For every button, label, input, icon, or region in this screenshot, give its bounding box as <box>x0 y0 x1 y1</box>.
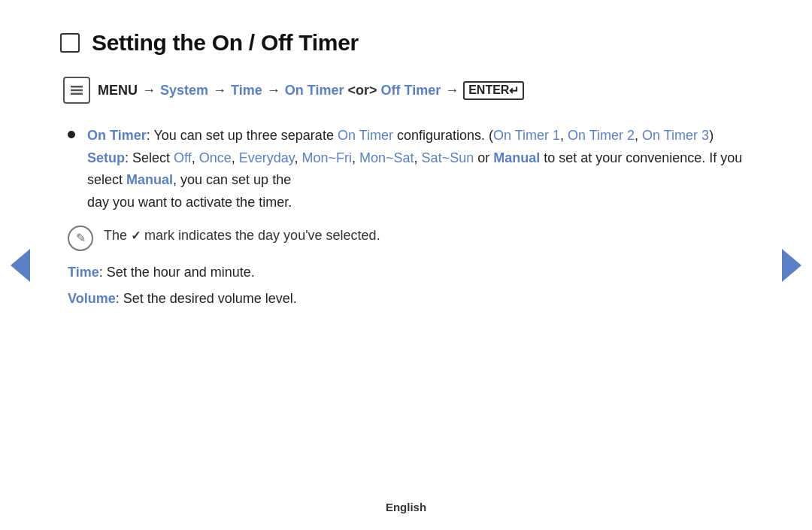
time-label: Time <box>68 265 99 280</box>
menu-icon <box>63 77 90 104</box>
setup-line: Setup: Select Off, Once, Everyday, Mon~F… <box>87 150 742 188</box>
title-row: Setting the On / Off Timer <box>60 30 752 56</box>
note-suffix: mark indicates the day you've selected. <box>141 228 380 243</box>
bullet-row: On Timer: You can set up three separate … <box>68 125 752 214</box>
note-pencil-icon: ✎ <box>76 231 86 245</box>
note-icon: ✎ <box>68 226 93 251</box>
mon-fri-option: Mon~Fri <box>302 150 353 165</box>
sep1: , <box>192 150 199 165</box>
manual-option2: Manual <box>126 172 173 187</box>
on-timer-2: On Timer 2 <box>568 128 635 143</box>
volume-item: Volume: Set the desired volume level. <box>68 288 752 310</box>
on-timer-3: On Timer 3 <box>642 128 709 143</box>
page-title: Setting the On / Off Timer <box>92 30 359 56</box>
off-option: Off <box>174 150 192 165</box>
sep4: , <box>352 150 359 165</box>
on-timer-label: On Timer <box>87 128 147 143</box>
bullet-content: On Timer: You can set up three separate … <box>87 125 752 214</box>
setup-colon: : Select <box>125 150 174 165</box>
close-paren: ) <box>709 128 714 143</box>
sep3: , <box>295 150 302 165</box>
on-timer-line1: On Timer: You can set up three separate … <box>87 128 714 143</box>
bullet-dot <box>68 131 75 138</box>
menu-label: MENU <box>98 83 138 98</box>
enter-icon: ENTER↵ <box>463 81 524 100</box>
arrow-2: → <box>213 83 226 98</box>
comma2: , <box>635 128 642 143</box>
volume-text: : Set the desired volume level. <box>116 291 297 306</box>
checkbox-icon <box>60 33 80 53</box>
time-label: Time <box>231 83 262 98</box>
content-area: On Timer: You can set up three separate … <box>60 125 752 310</box>
on-timer-configs: On Timer <box>338 128 393 143</box>
sep5: , <box>414 150 422 165</box>
sep2: , <box>232 150 239 165</box>
setup-suffix2: , you can set up the <box>173 172 291 187</box>
configs-suffix: configurations. ( <box>393 128 493 143</box>
sat-sun-option: Sat~Sun <box>422 150 474 165</box>
on-timer-intro: : You can set up three separate <box>147 128 338 143</box>
enter-label: ENTER <box>468 83 509 97</box>
time-item: Time: Set the hour and minute. <box>68 262 752 284</box>
note-prefix: The <box>104 228 131 243</box>
once-option: Once <box>199 150 232 165</box>
note-row: ✎ The ✓ mark indicates the day you've se… <box>68 225 752 251</box>
menu-path: MENU → System → Time → On Timer <or> Off… <box>63 77 752 104</box>
manual-option: Manual <box>493 150 540 165</box>
time-text: : Set the hour and minute. <box>99 265 255 280</box>
setup-line2: day you want to activate the timer. <box>87 195 292 210</box>
nav-left-button[interactable] <box>11 249 30 282</box>
comma1: , <box>560 128 568 143</box>
on-off-timer-label: On Timer <or> Off Timer <box>285 83 441 98</box>
volume-label: Volume <box>68 291 116 306</box>
note-text: The ✓ mark indicates the day you've sele… <box>104 225 380 247</box>
arrow-3: → <box>267 83 280 98</box>
checkmark-symbol: ✓ <box>131 229 141 242</box>
footer-language: English <box>386 501 426 513</box>
arrow-4: → <box>445 83 459 98</box>
arrow-1: → <box>142 83 156 98</box>
enter-symbol: ↵ <box>509 83 519 98</box>
everyday-option: Everyday <box>239 150 295 165</box>
svg-rect-0 <box>71 86 83 88</box>
nav-right-button[interactable] <box>782 249 801 282</box>
page-container: Setting the On / Off Timer MENU → System… <box>0 0 812 530</box>
svg-rect-2 <box>71 93 83 95</box>
mon-sat-option: Mon~Sat <box>359 150 414 165</box>
svg-rect-1 <box>71 89 83 92</box>
setup-label: Setup <box>87 150 125 165</box>
on-timer-1: On Timer 1 <box>493 128 560 143</box>
or-text: or <box>474 150 493 165</box>
system-label: System <box>160 83 208 98</box>
